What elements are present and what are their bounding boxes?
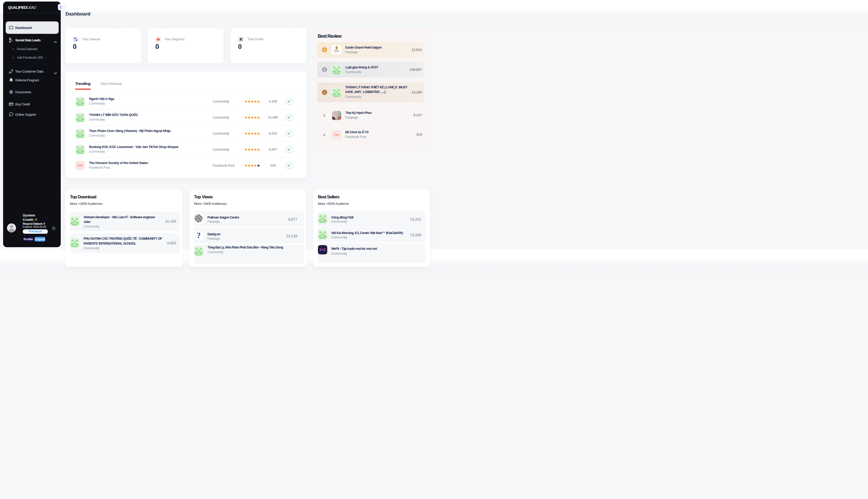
svg-text:?: ?	[10, 91, 12, 94]
svg-text:SAIGON: SAIGON	[335, 53, 338, 54]
svg-text:EASTIN: EASTIN	[334, 50, 339, 52]
svg-text:GRAND HOTEL: GRAND HOTEL	[333, 52, 340, 53]
